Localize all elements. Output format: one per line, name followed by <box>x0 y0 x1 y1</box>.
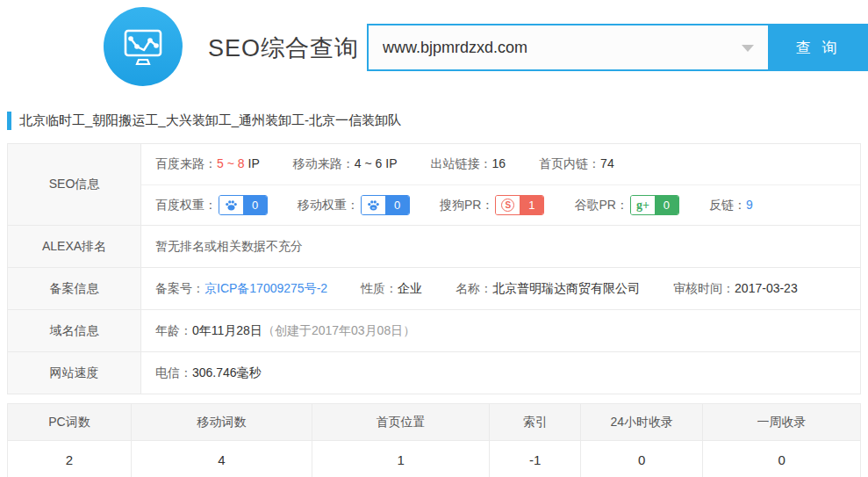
value-mobile-words: 4 <box>131 441 312 477</box>
google-pr-badge[interactable]: g+ 0 <box>630 195 679 215</box>
baidu-mobile-paw-icon: m <box>362 196 385 214</box>
sogou-pr-badge[interactable]: S 1 <box>495 195 544 215</box>
homepage-inner-links: 首页内链：74 <box>539 156 614 172</box>
value-pc-words: 2 <box>8 441 132 477</box>
col-24h-included: 24小时收录 <box>581 404 703 441</box>
icp-review-date: 审核时间：2017-03-23 <box>673 281 798 297</box>
row-label-domain: 域名信息 <box>8 310 141 351</box>
domain-age: 年龄：0年11月28日（创建于2017年03月08日） <box>155 323 415 339</box>
google-pr: 谷歌PR： g+ 0 <box>574 195 678 215</box>
seo-info-table: SEO信息 百度来路：5 ~ 8IP 移动来路：4 ~ 6IP 出站链接：16 … <box>7 143 861 394</box>
row-label-speed: 网站速度 <box>8 352 141 394</box>
mobile-weight-badge[interactable]: m 0 <box>361 195 410 215</box>
icp-nature: 性质：企业 <box>361 281 422 297</box>
row-label-seo: SEO信息 <box>8 144 141 225</box>
row-label-alexa: ALEXA排名 <box>8 226 141 267</box>
site-title: 北京临时工_朝阳搬运工_大兴装卸工_通州装卸工-北京一信装卸队 <box>19 112 401 129</box>
col-week-included: 一周收录 <box>703 404 861 441</box>
row-label-icp: 备案信息 <box>8 268 141 309</box>
line-chart-monitor-icon <box>119 23 167 70</box>
row-alexa: ALEXA排名 暂无排名或相关数据不充分 <box>8 226 860 268</box>
row-domain: 域名信息 年龄：0年11月28日（创建于2017年03月08日） <box>8 310 860 352</box>
row-icp: 备案信息 备案号：京ICP备17009275号-2 性质：企业 名称：北京普明瑞… <box>8 268 860 310</box>
outbound-links: 出站链接：16 <box>431 156 506 172</box>
icp-company-name: 名称：北京普明瑞达商贸有限公司 <box>456 281 640 297</box>
backlinks: 反链：9 <box>709 198 753 213</box>
col-pc-words: PC词数 <box>8 404 132 441</box>
seo-traffic-line: 百度来路：5 ~ 8IP 移动来路：4 ~ 6IP 出站链接：16 首页内链：7… <box>141 144 860 184</box>
icp-number: 备案号：京ICP备17009275号-2 <box>155 281 327 297</box>
title-marker <box>7 112 11 130</box>
query-button[interactable]: 查 询 <box>768 24 868 71</box>
header: SEO综合查询 查 询 <box>0 0 868 97</box>
baidu-traffic: 百度来路：5 ~ 8IP <box>155 156 260 172</box>
col-index: 索引 <box>490 404 581 441</box>
alexa-status-text: 暂无排名或相关数据不充分 <box>155 239 303 255</box>
backlinks-count-link[interactable]: 9 <box>746 198 753 212</box>
domain-created-date: （创建于2017年03月08日） <box>262 323 415 337</box>
col-home-position: 首页位置 <box>312 404 490 441</box>
col-mobile-words: 移动词数 <box>131 404 312 441</box>
value-24h-included: 0 <box>581 441 703 477</box>
seo-tool-logo <box>104 7 183 86</box>
mobile-traffic: 移动来路：4 ~ 6IP <box>293 156 398 172</box>
baidu-paw-icon <box>219 196 243 214</box>
sogou-icon: S <box>501 199 514 212</box>
row-seo-info: SEO信息 百度来路：5 ~ 8IP 移动来路：4 ~ 6IP 出站链接：16 … <box>8 144 860 226</box>
domain-search-input[interactable] <box>367 24 768 71</box>
site-title-row: 北京临时工_朝阳搬运工_大兴装卸工_通州装卸工-北京一信装卸队 <box>7 109 861 132</box>
value-week-included: 0 <box>703 441 861 477</box>
keyword-stats-table: PC词数 移动词数 首页位置 索引 24小时收录 一周收录 2 4 1 -1 0… <box>7 403 861 477</box>
value-index: -1 <box>490 441 581 477</box>
page-title: SEO综合查询 <box>208 0 359 97</box>
mobile-weight: 移动权重： m 0 <box>298 195 410 215</box>
chevron-down-icon[interactable] <box>742 45 754 52</box>
baidu-weight: 百度权重： 0 <box>155 195 268 215</box>
baidu-weight-badge[interactable]: 0 <box>219 195 268 215</box>
googleplus-icon: g+ <box>636 199 649 213</box>
keyword-table-value-row: 2 4 1 -1 0 0 <box>8 441 861 477</box>
keyword-table-header-row: PC词数 移动词数 首页位置 索引 24小时收录 一周收录 <box>8 404 861 441</box>
sogou-pr: 搜狗PR： S 1 <box>440 195 544 215</box>
seo-weight-line: 百度权重： 0 移动权重： m 0 <box>141 184 860 225</box>
site-speed: 电信：306.746毫秒 <box>155 365 262 381</box>
row-speed: 网站速度 电信：306.746毫秒 <box>8 352 860 394</box>
value-home-position: 1 <box>312 441 490 477</box>
icp-number-link[interactable]: 京ICP备17009275号-2 <box>204 281 327 295</box>
search-bar: 查 询 <box>367 24 868 71</box>
